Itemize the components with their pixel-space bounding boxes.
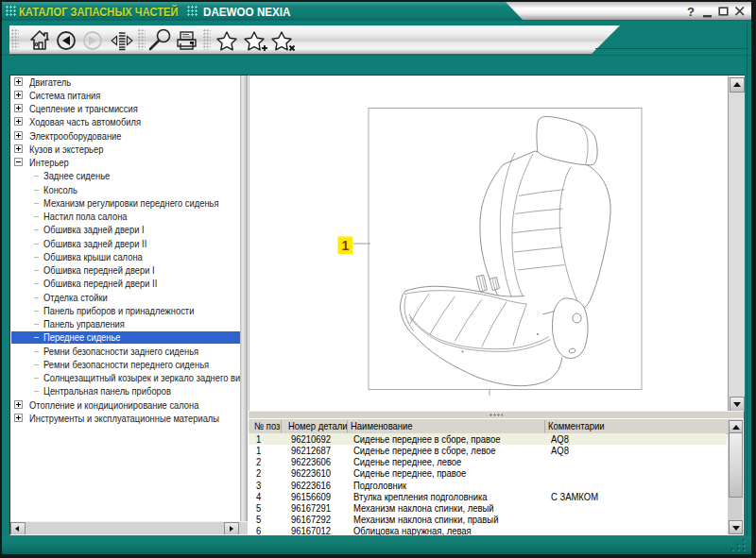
svg-text:1: 1: [342, 238, 350, 253]
svg-text:?: ?: [687, 5, 695, 19]
